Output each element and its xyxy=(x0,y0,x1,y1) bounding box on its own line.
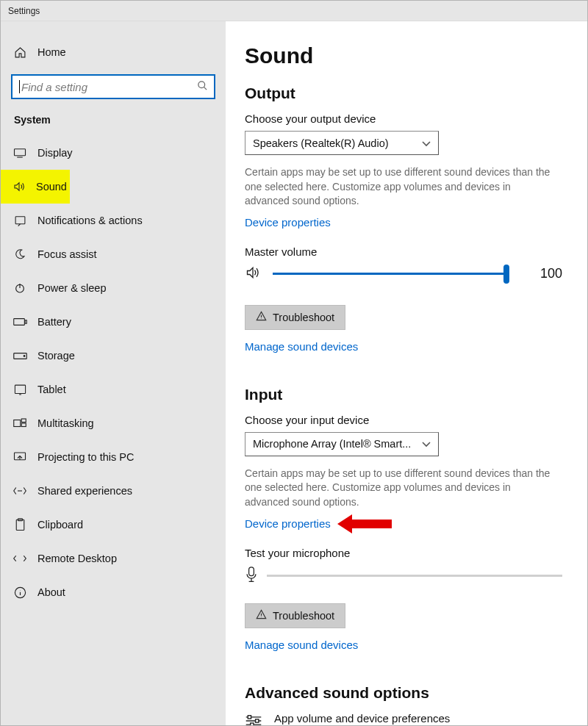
advanced-item-title: App volume and device preferences xyxy=(274,712,539,725)
input-manage-link[interactable]: Manage sound devices xyxy=(245,639,358,651)
sidebar-item-label: Display xyxy=(37,147,73,159)
app-volume-item[interactable]: App volume and device preferences Custom… xyxy=(245,712,562,725)
multitasking-icon xyxy=(12,418,27,428)
output-description: Certain apps may be set up to use differ… xyxy=(245,165,553,209)
info-icon xyxy=(12,586,27,599)
svg-rect-10 xyxy=(21,419,26,423)
sidebar-item-label: Shared experiences xyxy=(37,485,132,497)
sidebar-item-label: Storage xyxy=(37,350,75,362)
svg-rect-9 xyxy=(14,420,21,427)
sidebar-item-label: Notifications & actions xyxy=(37,215,143,226)
speaker-icon xyxy=(12,181,26,193)
chevron-down-icon xyxy=(422,137,431,149)
annotation-arrow xyxy=(351,520,392,528)
sidebar-item-label: Clipboard xyxy=(37,519,83,531)
button-label: Troubleshoot xyxy=(273,610,334,622)
speaker-icon xyxy=(245,265,261,283)
notification-icon xyxy=(12,215,27,227)
sidebar-item-label: About xyxy=(37,586,65,598)
mic-level-meter xyxy=(267,575,562,577)
project-icon xyxy=(12,451,27,463)
window-titlebar: Settings xyxy=(1,1,587,21)
moon-icon xyxy=(12,248,27,260)
sidebar-item-shared[interactable]: Shared experiences xyxy=(1,474,226,508)
svg-rect-17 xyxy=(248,715,251,718)
svg-rect-8 xyxy=(15,385,25,393)
sidebar-item-label: Remote Desktop xyxy=(37,553,117,564)
nav-list: Display Sound Notifications & actions Fo… xyxy=(1,136,226,609)
sidebar-item-tablet[interactable]: Tablet xyxy=(1,373,226,406)
clipboard-icon xyxy=(12,518,27,531)
battery-icon xyxy=(12,317,27,326)
sidebar-item-sound[interactable]: Sound xyxy=(1,170,70,204)
slider-thumb[interactable] xyxy=(503,265,509,284)
microphone-icon xyxy=(245,567,258,586)
sidebar-item-focus-assist[interactable]: Focus assist xyxy=(1,237,226,271)
svg-rect-4 xyxy=(13,319,24,326)
input-device-value: Microphone Array (Intel® Smart... xyxy=(253,438,411,450)
input-troubleshoot-button[interactable]: Troubleshoot xyxy=(245,603,345,628)
master-volume-label: Master volume xyxy=(245,245,562,258)
window-title: Settings xyxy=(8,6,40,16)
warning-icon xyxy=(256,311,267,323)
sidebar-section-title: System xyxy=(1,109,226,136)
sidebar-item-projecting[interactable]: Projecting to this PC xyxy=(1,440,226,474)
sidebar-item-label: Battery xyxy=(37,316,71,328)
svg-rect-13 xyxy=(16,520,24,530)
home-icon xyxy=(12,46,27,59)
sidebar-item-power[interactable]: Power & sleep xyxy=(1,271,226,305)
sidebar-item-label: Power & sleep xyxy=(37,282,107,294)
sidebar: Home System Display Sound xyxy=(1,21,226,725)
search-box[interactable] xyxy=(11,74,215,99)
input-device-dropdown[interactable]: Microphone Array (Intel® Smart... xyxy=(245,432,439,456)
output-heading: Output xyxy=(245,85,562,102)
input-choose-label: Choose your input device xyxy=(245,414,562,426)
svg-rect-19 xyxy=(251,723,254,725)
svg-rect-11 xyxy=(21,423,26,427)
sidebar-item-label: Multitasking xyxy=(37,417,94,429)
sidebar-item-label: Focus assist xyxy=(37,248,97,260)
sidebar-item-battery[interactable]: Battery xyxy=(1,305,226,339)
sidebar-item-clipboard[interactable]: Clipboard xyxy=(1,508,226,542)
search-input[interactable] xyxy=(20,80,197,94)
sliders-icon xyxy=(245,714,262,725)
sidebar-item-label: Tablet xyxy=(37,384,66,395)
svg-rect-18 xyxy=(256,719,259,722)
sidebar-item-remote[interactable]: Remote Desktop xyxy=(1,542,226,575)
volume-value: 100 xyxy=(533,266,562,281)
svg-rect-5 xyxy=(25,320,26,323)
svg-rect-16 xyxy=(249,567,254,575)
sidebar-item-multitasking[interactable]: Multitasking xyxy=(1,406,226,440)
home-link[interactable]: Home xyxy=(1,35,226,70)
storage-icon xyxy=(12,352,27,360)
remote-icon xyxy=(12,553,27,564)
sidebar-item-label: Projecting to this PC xyxy=(37,451,134,463)
input-description: Certain apps may be set up to use differ… xyxy=(245,467,553,510)
output-device-value: Speakers (Realtek(R) Audio) xyxy=(253,137,389,149)
output-manage-link[interactable]: Manage sound devices xyxy=(245,340,358,353)
output-troubleshoot-button[interactable]: Troubleshoot xyxy=(245,305,345,330)
svg-point-0 xyxy=(198,81,205,87)
svg-rect-2 xyxy=(15,216,25,223)
sidebar-item-display[interactable]: Display xyxy=(1,136,226,170)
input-device-properties-link[interactable]: Device properties xyxy=(245,517,331,530)
tablet-icon xyxy=(12,384,27,395)
home-label: Home xyxy=(37,46,66,58)
text-caret xyxy=(19,80,20,93)
output-choose-label: Choose your output device xyxy=(245,112,562,125)
test-mic-label: Test your microphone xyxy=(245,547,562,559)
sidebar-item-storage[interactable]: Storage xyxy=(1,339,226,373)
output-device-dropdown[interactable]: Speakers (Realtek(R) Audio) xyxy=(245,131,439,155)
master-volume-slider[interactable] xyxy=(273,265,506,283)
svg-point-7 xyxy=(24,355,25,356)
sidebar-item-about[interactable]: About xyxy=(1,575,226,609)
warning-icon xyxy=(256,609,267,622)
page-title: Sound xyxy=(245,43,562,68)
monitor-icon xyxy=(12,148,27,158)
input-heading: Input xyxy=(245,386,562,403)
button-label: Troubleshoot xyxy=(273,312,334,323)
output-device-properties-link[interactable]: Device properties xyxy=(245,216,331,229)
sidebar-item-notifications[interactable]: Notifications & actions xyxy=(1,204,226,237)
shared-icon xyxy=(12,486,27,496)
search-icon xyxy=(197,80,208,94)
